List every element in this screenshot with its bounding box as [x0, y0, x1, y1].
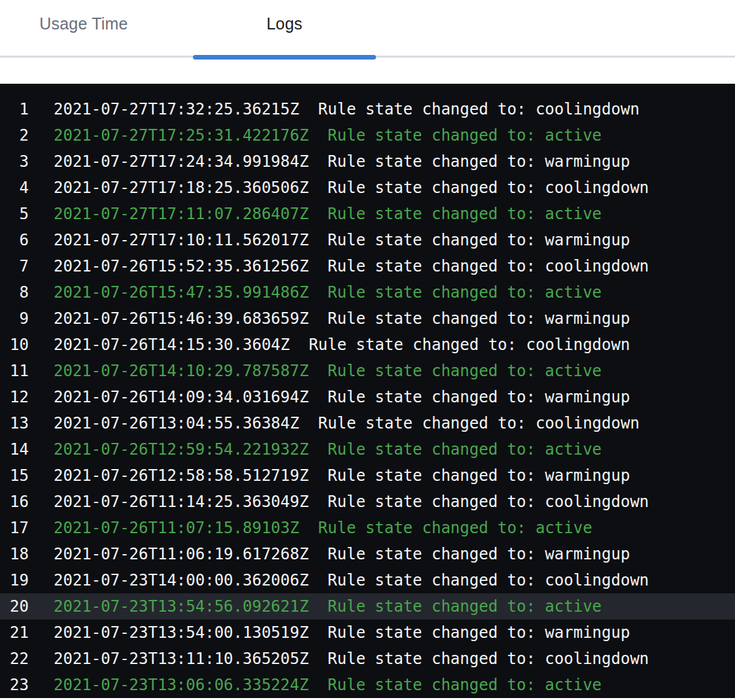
log-message: Rule state changed to: active — [328, 676, 602, 694]
log-timestamp: 2021-07-27T17:25:31.422176Z — [54, 126, 309, 145]
line-number: 2 — [0, 122, 29, 149]
log-message: Rule state changed to: warmingup — [328, 231, 630, 249]
log-timestamp: 2021-07-27T17:11:07.286407Z — [54, 205, 309, 223]
log-timestamp: 2021-07-23T13:06:06.335224Z — [54, 676, 309, 694]
log-timestamp: 2021-07-27T17:32:25.36215Z — [54, 100, 299, 118]
log-timestamp: 2021-07-26T11:06:19.617268Z — [54, 545, 309, 563]
log-message: Rule state changed to: active — [328, 126, 602, 145]
log-message: Rule state changed to: warmingup — [328, 388, 630, 406]
log-message: Rule state changed to: active — [328, 597, 602, 616]
log-row[interactable]: 8 2021-07-26T15:47:35.991486ZRule state … — [0, 279, 735, 306]
log-row[interactable]: 21 2021-07-23T13:54:00.130519ZRule state… — [0, 620, 735, 646]
log-timestamp: 2021-07-23T13:54:00.130519Z — [54, 623, 309, 642]
log-timestamp: 2021-07-26T15:47:35.991486Z — [54, 283, 309, 302]
log-timestamp: 2021-07-26T13:04:55.36384Z — [54, 414, 299, 432]
line-number: 16 — [0, 489, 29, 515]
log-timestamp: 2021-07-26T14:09:34.031694Z — [54, 388, 309, 406]
log-message: Rule state changed to: active — [318, 519, 592, 537]
log-row[interactable]: 7 2021-07-26T15:52:35.361256ZRule state … — [0, 253, 735, 279]
line-number: 6 — [0, 227, 29, 253]
log-row[interactable]: 10 2021-07-26T14:15:30.3604ZRule state c… — [0, 332, 735, 358]
line-number: 11 — [0, 358, 29, 384]
log-row[interactable]: 16 2021-07-26T11:14:25.363049ZRule state… — [0, 489, 735, 515]
log-message: Rule state changed to: coolingdown — [328, 179, 649, 197]
log-message: Rule state changed to: warmingup — [328, 545, 630, 563]
log-timestamp: 2021-07-23T13:54:56.092621Z — [54, 597, 309, 616]
line-number: 23 — [0, 672, 29, 698]
log-row[interactable]: 17 2021-07-26T11:07:15.89103ZRule state … — [0, 515, 735, 541]
log-message: Rule state changed to: active — [328, 440, 602, 459]
line-number: 20 — [0, 593, 29, 620]
line-number: 9 — [0, 306, 29, 332]
line-number: 17 — [0, 515, 29, 541]
log-row[interactable]: 9 2021-07-26T15:46:39.683659ZRule state … — [0, 306, 735, 332]
log-message: Rule state changed to: coolingdown — [318, 100, 640, 118]
log-message: Rule state changed to: active — [328, 283, 602, 302]
log-row[interactable]: 4 2021-07-27T17:18:25.360506ZRule state … — [0, 175, 735, 201]
line-number: 8 — [0, 279, 29, 306]
tab-usage-time[interactable]: Usage Time — [10, 14, 157, 58]
log-row[interactable]: 2 2021-07-27T17:25:31.422176ZRule state … — [0, 122, 735, 149]
line-number: 19 — [0, 567, 29, 593]
log-row[interactable]: 20 2021-07-23T13:54:56.092621ZRule state… — [0, 593, 735, 620]
line-number: 21 — [0, 620, 29, 646]
log-row[interactable]: 6 2021-07-27T17:10:11.562017ZRule state … — [0, 227, 735, 253]
log-row[interactable]: 1 2021-07-27T17:32:25.36215ZRule state c… — [0, 96, 735, 122]
log-row[interactable]: 3 2021-07-27T17:24:34.991984ZRule state … — [0, 149, 735, 175]
log-row[interactable]: 18 2021-07-26T11:06:19.617268ZRule state… — [0, 541, 735, 567]
line-number: 3 — [0, 149, 29, 175]
line-number: 18 — [0, 541, 29, 567]
log-message: Rule state changed to: active — [328, 362, 602, 380]
line-number: 22 — [0, 646, 29, 672]
log-timestamp: 2021-07-26T12:58:58.512719Z — [54, 466, 309, 485]
log-message: Rule state changed to: warmingup — [328, 466, 630, 485]
log-row[interactable]: 15 2021-07-26T12:58:58.512719ZRule state… — [0, 463, 735, 489]
log-message: Rule state changed to: coolingdown — [309, 336, 630, 354]
log-console[interactable]: 1 2021-07-27T17:32:25.36215ZRule state c… — [0, 84, 735, 698]
log-row[interactable]: 5 2021-07-27T17:11:07.286407ZRule state … — [0, 201, 735, 227]
log-timestamp: 2021-07-27T17:24:34.991984Z — [54, 152, 309, 171]
log-timestamp: 2021-07-26T15:46:39.683659Z — [54, 309, 309, 328]
log-timestamp: 2021-07-26T15:52:35.361256Z — [54, 257, 309, 275]
log-message: Rule state changed to: coolingdown — [328, 493, 649, 511]
tab-usage-time-label: Usage Time — [39, 14, 128, 58]
log-message: Rule state changed to: coolingdown — [328, 650, 649, 668]
line-number: 15 — [0, 463, 29, 489]
line-number: 12 — [0, 384, 29, 410]
log-message: Rule state changed to: coolingdown — [328, 571, 649, 589]
log-timestamp: 2021-07-26T11:14:25.363049Z — [54, 493, 309, 511]
line-number: 4 — [0, 175, 29, 201]
log-message: Rule state changed to: warmingup — [328, 623, 630, 642]
log-row[interactable]: 11 2021-07-26T14:10:29.787587ZRule state… — [0, 358, 735, 384]
log-row[interactable]: 14 2021-07-26T12:59:54.221932ZRule state… — [0, 436, 735, 463]
log-timestamp: 2021-07-26T11:07:15.89103Z — [54, 519, 299, 537]
tab-logs[interactable]: Logs — [193, 14, 376, 58]
log-message: Rule state changed to: coolingdown — [318, 414, 640, 432]
log-row[interactable]: 13 2021-07-26T13:04:55.36384ZRule state … — [0, 410, 735, 436]
tab-bar: Usage Time Logs — [0, 0, 735, 58]
line-number: 7 — [0, 253, 29, 279]
line-number: 10 — [0, 332, 29, 358]
log-message: Rule state changed to: active — [328, 205, 602, 223]
log-timestamp: 2021-07-27T17:18:25.360506Z — [54, 179, 309, 197]
line-number: 1 — [0, 96, 29, 122]
log-row[interactable]: 23 2021-07-23T13:06:06.335224ZRule state… — [0, 672, 735, 698]
log-message: Rule state changed to: warmingup — [328, 152, 630, 171]
line-number: 5 — [0, 201, 29, 227]
tab-content-gap — [0, 58, 735, 84]
log-timestamp: 2021-07-26T12:59:54.221932Z — [54, 440, 309, 459]
log-timestamp: 2021-07-26T14:10:29.787587Z — [54, 362, 309, 380]
log-timestamp: 2021-07-27T17:10:11.562017Z — [54, 231, 309, 249]
tab-logs-label: Logs — [266, 14, 302, 58]
log-timestamp: 2021-07-26T14:15:30.3604Z — [54, 336, 290, 354]
line-number: 13 — [0, 410, 29, 436]
log-row[interactable]: 22 2021-07-23T13:11:10.365205ZRule state… — [0, 646, 735, 672]
log-message: Rule state changed to: coolingdown — [328, 257, 649, 275]
log-row[interactable]: 19 2021-07-23T14:00:00.362006ZRule state… — [0, 567, 735, 593]
log-message: Rule state changed to: warmingup — [328, 309, 630, 328]
line-number: 14 — [0, 436, 29, 463]
log-timestamp: 2021-07-23T14:00:00.362006Z — [54, 571, 309, 589]
log-row[interactable]: 12 2021-07-26T14:09:34.031694ZRule state… — [0, 384, 735, 410]
log-timestamp: 2021-07-23T13:11:10.365205Z — [54, 650, 309, 668]
